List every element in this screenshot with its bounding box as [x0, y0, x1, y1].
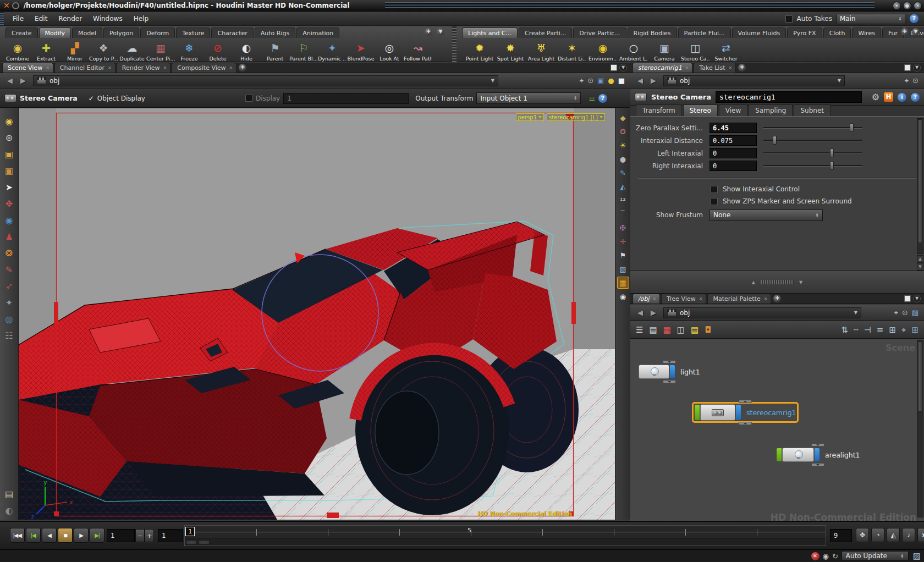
menu-item[interactable]: Help	[128, 13, 154, 25]
shelf-tool[interactable]: ◎ Look At	[375, 38, 404, 62]
node-light1[interactable]: light1	[639, 365, 700, 379]
current-frame-marker[interactable]: 1	[185, 527, 195, 536]
camera-label[interactable]: persp1	[516, 113, 544, 121]
close-icon[interactable]: ✕	[728, 65, 732, 70]
menu-item[interactable]: Edit	[29, 13, 53, 25]
network-tool-icon[interactable]: ☰	[636, 325, 643, 335]
color-scheme-icon[interactable]: ■	[618, 76, 625, 85]
folder-tab[interactable]: Transform	[636, 104, 682, 116]
shading-icon[interactable]: ●	[608, 76, 614, 85]
shelf-tab[interactable]: Character	[211, 27, 253, 38]
shelf-tool[interactable]: ✹ Point Light	[464, 38, 495, 62]
shelf-tab[interactable]: Rigid Bodies	[628, 27, 677, 38]
timeline-options-button[interactable]: ┄	[199, 540, 210, 544]
frame-decrement-button[interactable]: −	[135, 529, 145, 542]
link-icon[interactable]: ⊙	[587, 76, 593, 85]
input-object-select[interactable]: Input Object 1 ⇕	[476, 92, 581, 104]
network-tool-icon[interactable]: ◫	[677, 325, 685, 335]
pane-tab[interactable]: Tree View✕	[661, 294, 706, 304]
shelf-tab[interactable]: Create	[6, 27, 38, 38]
menu-item[interactable]: Windows	[87, 13, 128, 25]
tool-icon[interactable]: ➶	[2, 279, 16, 293]
window-close-button[interactable]: ✕	[914, 2, 922, 10]
shelf-tab[interactable]: Modify	[39, 27, 71, 38]
shelf-tool[interactable]: ➤ BlendPose	[346, 38, 375, 62]
display-checkbox[interactable]	[245, 95, 252, 102]
title-bar[interactable]: ✕ /home/holger/Projekte/Houdini/F40/unti…	[0, 0, 924, 12]
menu-item[interactable]: File	[7, 13, 29, 25]
toggle-label[interactable]: Show ZPS Marker and Screen Surround	[723, 197, 852, 205]
node-display-flag[interactable]	[814, 448, 820, 462]
forward-button[interactable]: ▶	[647, 76, 660, 86]
shelf-tab[interactable]: Animation	[296, 27, 339, 38]
network-tool-icon[interactable]: ▦	[663, 325, 671, 335]
tool-icon[interactable]: ▧	[617, 263, 629, 275]
tool-icon[interactable]: ✥	[2, 196, 16, 211]
param-scrollbar[interactable]	[917, 118, 923, 254]
tool-icon[interactable]: ◉	[617, 290, 629, 302]
tool-icon[interactable]: ✛	[617, 235, 629, 247]
shelf-tab[interactable]: Particle Flui...	[678, 27, 731, 38]
splitter-down-icon[interactable]: ▼	[799, 280, 802, 285]
path-combo[interactable]: obj ▼	[663, 307, 861, 318]
timeline-lower-strip[interactable]: ┄ ┄	[185, 538, 826, 546]
tool-icon[interactable]: ▦	[617, 277, 629, 289]
tool-icon[interactable]: ◉	[2, 213, 16, 227]
shelf-add-tab-button[interactable]: ✚	[425, 28, 432, 36]
timeline-options-button[interactable]: ┄	[186, 540, 197, 544]
close-icon[interactable]: ✕	[652, 296, 656, 301]
playbar-option-button[interactable]: ➤	[917, 528, 924, 542]
slider-handle[interactable]	[830, 161, 834, 170]
network-tool-icon[interactable]: ▤	[691, 325, 698, 335]
pane-tab[interactable]: Render View✕	[117, 63, 170, 73]
object-display-check-icon[interactable]: ✓	[89, 95, 94, 102]
shelf-tab[interactable]: Auto Rigs	[255, 27, 295, 38]
slider-handle[interactable]	[773, 136, 777, 145]
shelf-tab[interactable]: Lights and C...	[462, 27, 518, 38]
network-tool-icon[interactable]: ▤	[649, 325, 657, 335]
node-stereocamrig1[interactable]: stereocamrig1	[694, 404, 796, 421]
pane-tab[interactable]: stereocamrig1✕	[632, 63, 692, 73]
shelf-tab[interactable]: Model	[72, 27, 102, 38]
pane-menu-button[interactable]: ▼	[619, 64, 627, 71]
pane-tab[interactable]: Composite View✕	[172, 63, 237, 73]
window-menu-icon[interactable]	[12, 2, 19, 9]
back-button[interactable]: ◀	[634, 76, 647, 86]
pane-tab[interactable]: Channel Editor✕	[54, 63, 116, 73]
forward-button[interactable]: ▶	[16, 76, 30, 86]
shelf-tab[interactable]: Drive Partic...	[573, 27, 626, 38]
info-button[interactable]: i	[898, 93, 906, 102]
parameter-slider[interactable]	[763, 123, 862, 133]
shelf-tool[interactable]: ☁ Duplicate	[118, 38, 146, 62]
camera-label[interactable]: stereocamrig1 [L]	[547, 113, 605, 121]
scroll-down-icon[interactable]: ▼	[917, 263, 923, 271]
shelf-tool[interactable]: ⚑ Parent	[261, 38, 289, 62]
pane-menu-button[interactable]: ▼	[913, 295, 921, 302]
parameter-label[interactable]: Right Interaxial	[630, 162, 703, 170]
toggle-checkbox[interactable]	[711, 198, 718, 205]
frustum-label[interactable]: Show Frustum	[630, 211, 703, 219]
pane-maximize-button[interactable]	[904, 64, 911, 71]
take-selector[interactable]: Main ⇕	[837, 14, 905, 24]
folder-tab[interactable]: Subnet	[794, 104, 831, 116]
shelf-tool[interactable]: ✦ Dynamic ...	[318, 38, 346, 62]
splitter-up-icon[interactable]: ▲	[752, 280, 755, 285]
shelf-tool[interactable]: ◫ Stereo Ca...	[680, 38, 711, 62]
back-button[interactable]: ◀	[634, 308, 647, 318]
gear-icon[interactable]: ⚙	[872, 92, 879, 102]
frame-end-field[interactable]: 9	[830, 529, 852, 542]
close-icon[interactable]: ✕	[764, 296, 768, 301]
viewport[interactable]: y x z persp1 stereocamrig1 [L] HD Non-Co…	[19, 108, 615, 520]
shelf-tool[interactable]: ⇄ Switcher	[711, 38, 741, 62]
slider-handle[interactable]	[830, 148, 834, 157]
shelf-add-tab-button[interactable]: ✚	[901, 28, 909, 36]
parameter-slider[interactable]	[763, 148, 862, 158]
network-tool-icon[interactable]: ⇅	[841, 325, 848, 335]
pane-tab[interactable]: Take List✕	[694, 63, 736, 73]
tool-icon[interactable]: ◉	[2, 114, 16, 128]
network-tool-icon[interactable]: ⌖	[901, 325, 906, 335]
close-icon[interactable]: ✕	[46, 65, 50, 70]
render-icon[interactable]: ▨	[913, 551, 921, 561]
network-tool-icon[interactable]: ≡	[877, 325, 884, 335]
tool-icon[interactable]: ❂	[2, 246, 16, 260]
